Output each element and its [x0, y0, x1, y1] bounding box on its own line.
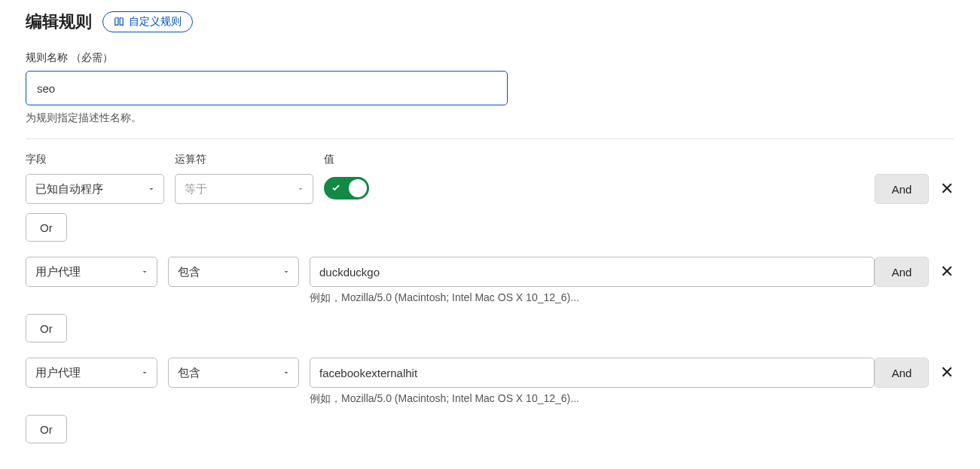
- column-header-operator: 运算符: [175, 153, 324, 166]
- field-select[interactable]: 已知自动程序: [26, 174, 164, 204]
- custom-rule-button[interactable]: 自定义规则: [102, 11, 193, 32]
- field-select-value: 已知自动程序: [35, 182, 103, 196]
- chevron-down-icon: [296, 184, 305, 193]
- value-hint: 例如，Mozilla/5.0 (Macintosh; Intel Mac OS …: [310, 392, 875, 406]
- field-select-value: 用户代理: [35, 366, 81, 380]
- rule-name-hint: 为规则指定描述性名称。: [26, 111, 954, 125]
- custom-rule-label: 自定义规则: [129, 15, 182, 29]
- remove-row-button[interactable]: ✕: [939, 363, 954, 382]
- close-icon: ✕: [940, 363, 954, 382]
- close-icon: ✕: [940, 179, 954, 199]
- condition-row: 用户代理 包含 例如，Mozilla/5.0 (Macintosh; Intel…: [26, 257, 954, 305]
- column-header-value: 值: [324, 153, 334, 166]
- value-input[interactable]: [310, 358, 875, 388]
- remove-row-button[interactable]: ✕: [939, 179, 954, 199]
- operator-select-value: 等于: [185, 182, 207, 196]
- rule-name-label: 规则名称 （必需）: [26, 51, 954, 65]
- and-button[interactable]: And: [875, 358, 929, 388]
- or-button[interactable]: Or: [26, 415, 67, 443]
- field-select-value: 用户代理: [35, 265, 81, 279]
- condition-row: 用户代理 包含 例如，Mozilla/5.0 (Macintosh; Intel…: [26, 358, 954, 406]
- and-button[interactable]: And: [875, 174, 929, 204]
- divider: [26, 139, 954, 139]
- chevron-down-icon: [140, 267, 149, 276]
- chevron-down-icon: [147, 184, 156, 193]
- operator-select-value: 包含: [178, 366, 200, 380]
- condition-row: 已知自动程序 等于 And ✕: [26, 174, 954, 204]
- toggle-knob: [349, 179, 367, 197]
- or-button[interactable]: Or: [26, 314, 67, 343]
- chevron-down-icon: [140, 368, 149, 377]
- value-toggle[interactable]: [324, 177, 369, 199]
- value-input[interactable]: [310, 257, 875, 287]
- close-icon: ✕: [940, 262, 954, 282]
- field-select[interactable]: 用户代理: [26, 257, 157, 287]
- rule-name-input[interactable]: [26, 71, 508, 105]
- operator-select-value: 包含: [178, 265, 200, 279]
- operator-select[interactable]: 包含: [168, 358, 300, 388]
- page-title: 编辑规则: [26, 11, 92, 33]
- field-select[interactable]: 用户代理: [26, 358, 157, 388]
- value-hint: 例如，Mozilla/5.0 (Macintosh; Intel Mac OS …: [310, 291, 875, 305]
- operator-select[interactable]: 包含: [168, 257, 300, 287]
- operator-select[interactable]: 等于: [175, 174, 313, 204]
- book-icon: [114, 17, 124, 27]
- and-button[interactable]: And: [875, 257, 929, 287]
- chevron-down-icon: [282, 368, 291, 377]
- check-icon: [331, 182, 341, 195]
- chevron-down-icon: [282, 267, 291, 276]
- remove-row-button[interactable]: ✕: [939, 262, 954, 282]
- column-header-field: 字段: [26, 153, 175, 166]
- or-button[interactable]: Or: [26, 213, 67, 242]
